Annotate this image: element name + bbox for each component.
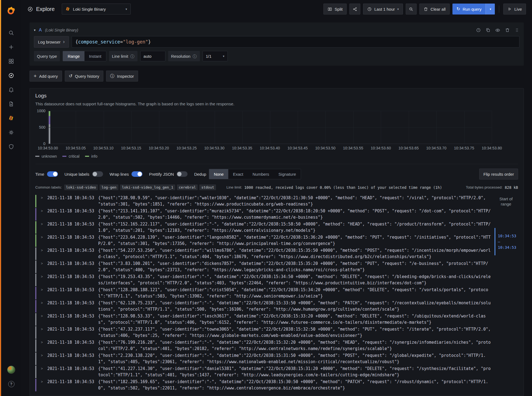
wrap-lines-toggle[interactable] [131,171,142,177]
disable-query-button[interactable] [495,28,500,33]
expr-label-value: "log-gen" [123,39,148,45]
logs-navigation-range[interactable]: 10:34:53 — 10:34:53 [495,228,516,255]
logs-meta-row: Common labels: loki-ssd-videolog-genloki… [35,184,518,190]
sidebar-item-configuration[interactable] [1,125,21,140]
histogram-bar [49,111,50,144]
expand-log-row-icon[interactable]: > [39,261,45,273]
log-row[interactable]: >2021-11-18 10:34:53{"host":"3.83.100.20… [35,260,492,273]
grafana-logo[interactable] [1,2,21,19]
dedup-option-signature[interactable]: Signature [274,169,301,179]
dedup-option-numbers[interactable]: Numbers [248,169,274,179]
legend-item-info[interactable]: info [85,154,98,158]
x-axis-tick-label: 10:34:53.35 [232,146,252,150]
log-row[interactable]: >2021-11-18 10:34:53{"host":"19.253.43.3… [35,273,492,287]
sidebar-item-dashboards[interactable] [1,54,21,68]
line-limit-input[interactable]: auto [140,51,165,61]
log-row[interactable]: >2021-11-18 10:34:53{"host":"76.199.216.… [35,339,492,352]
split-button[interactable]: Split [323,4,347,15]
log-message: {"host":"223.64.228.139", "user-identifi… [98,234,492,247]
log-row[interactable]: >2021-11-18 10:34:53{"host":"2.230.138.2… [35,352,492,365]
legend-item-unknown[interactable]: unknown [35,154,57,158]
run-query-dropdown[interactable]: ▾ [486,4,495,15]
expand-log-row-icon[interactable]: > [39,339,45,352]
log-row[interactable]: >2021-11-18 10:34:53{"host":"238.98.9.59… [35,195,492,208]
log-row[interactable]: >2021-11-18 10:34:53{"host":"128.208.188… [35,287,492,300]
expand-log-row-icon[interactable]: > [39,195,45,207]
unique-labels-toggle[interactable] [92,171,103,177]
collapse-query-icon[interactable]: ▾ [34,28,36,32]
sidebar-item-search[interactable] [1,26,21,40]
sidebar-item-documentation[interactable] [1,97,21,111]
query-type-option-range[interactable]: Range [63,51,84,61]
log-row[interactable]: >2021-11-18 10:34:53{"host":"152.165.222… [35,221,492,234]
query-help-button[interactable]: ? [476,28,481,33]
query-history-button[interactable]: ↺Query history [65,71,104,82]
log-message: {"host":"152.165.222.117", "user-identif… [98,221,492,234]
main-area: Explore Loki Single Binary ▾ Split Last … [21,0,532,396]
dedup-option-none[interactable]: None [209,169,228,179]
dedup-option-exact[interactable]: Exact [228,169,248,179]
help-icon: ? [8,381,14,387]
log-message: {"host":"62.120.75.233", "user-identifie… [98,300,492,313]
log-row[interactable]: >2021-11-18 10:34:53{"host":"213.141.191… [35,208,492,221]
time-range-picker[interactable]: Last 1 hour ▾ [363,4,403,15]
add-query-button[interactable]: +Add query [30,71,62,82]
expand-log-row-icon[interactable]: > [39,234,45,247]
run-query-button[interactable]: ↻ Run query ▾ [452,4,495,15]
expand-log-row-icon[interactable]: > [39,221,45,234]
start-of-range-label: Start of range [499,196,513,207]
gridline [298,111,298,144]
expand-log-row-icon[interactable]: > [39,326,45,339]
expand-log-row-icon[interactable]: > [39,300,45,313]
share-button[interactable] [349,4,360,15]
log-row[interactable]: >2021-11-18 10:34:53{"host":"223.64.228.… [35,234,492,247]
toolbar-divider [499,5,499,13]
datasource-picker[interactable]: Loki Single Binary ▾ [62,4,131,15]
query-type-option-instant[interactable]: Instant [84,51,106,61]
x-axis-tick-label: 10:34:53.65 [399,146,419,150]
remove-query-button[interactable] [505,28,510,33]
log-row[interactable]: >2021-11-18 10:34:53{"host":"54.227.53.2… [35,247,492,260]
unique-labels-label: Unique labels [65,172,89,177]
histogram-legend: unknowncriticalinfo [35,154,518,158]
log-browser-button[interactable]: Log browser › [34,36,69,48]
sidebar-item-alerting[interactable] [1,83,21,97]
legend-label: critical [69,154,80,158]
expand-log-row-icon[interactable]: > [39,274,45,286]
expand-log-row-icon[interactable]: > [39,313,45,326]
log-row[interactable]: >2021-11-18 10:34:53{"host":"41.227.124.… [35,365,492,378]
expr-equals: = [120,39,123,45]
inspector-button[interactable]: ⓘInspector [106,71,138,82]
sidebar-item-profile[interactable] [1,363,21,377]
clear-all-button[interactable]: Clear all [419,4,450,15]
live-button[interactable]: Live [503,4,526,15]
query-drag-handle[interactable] [515,28,519,33]
log-row[interactable]: >2021-11-18 10:34:53{"host":"128.98.53.3… [35,313,492,326]
zoom-out-button[interactable] [406,4,417,15]
query-expression-input[interactable]: {compose_service="log-gen"} [72,36,519,48]
expand-log-row-icon[interactable]: > [39,379,45,391]
legend-item-critical[interactable]: critical [62,154,80,158]
expand-log-row-icon[interactable]: > [39,247,45,260]
plus-icon: + [34,73,37,79]
resolution-select[interactable]: 1/1 ▾ [203,51,228,61]
log-row[interactable]: >2021-11-18 10:34:53{"host":"62.120.75.2… [35,300,492,313]
x-axis-tick-label: 10:34:53.45 [288,146,308,150]
sidebar-item-create[interactable] [1,40,21,54]
expand-log-row-icon[interactable]: > [39,352,45,365]
expand-log-row-icon[interactable]: > [39,366,45,378]
expand-log-row-icon[interactable]: > [39,208,45,221]
log-row[interactable]: >2021-11-18 10:34:53{"host":"182.205.169… [35,378,492,391]
common-label-badge: loki-ssd-video_log_gen_1 [120,184,175,190]
duplicate-query-button[interactable] [486,28,490,33]
log-row[interactable]: >2021-11-18 10:34:53{"host":"47.32.237.1… [35,326,492,339]
sidebar-item-explore[interactable] [1,68,21,83]
sidebar-item-help[interactable]: ? [1,377,21,391]
flip-results-order-button[interactable]: Flip results order [479,169,518,180]
expand-log-row-icon[interactable]: > [39,287,45,299]
sidebar-item-loki-app[interactable] [1,111,21,125]
total-bytes-value: 828 kB [505,185,518,190]
sidebar-item-server-admin[interactable] [1,140,21,154]
time-toggle[interactable] [47,171,58,177]
prettify-json-toggle[interactable] [177,171,188,177]
